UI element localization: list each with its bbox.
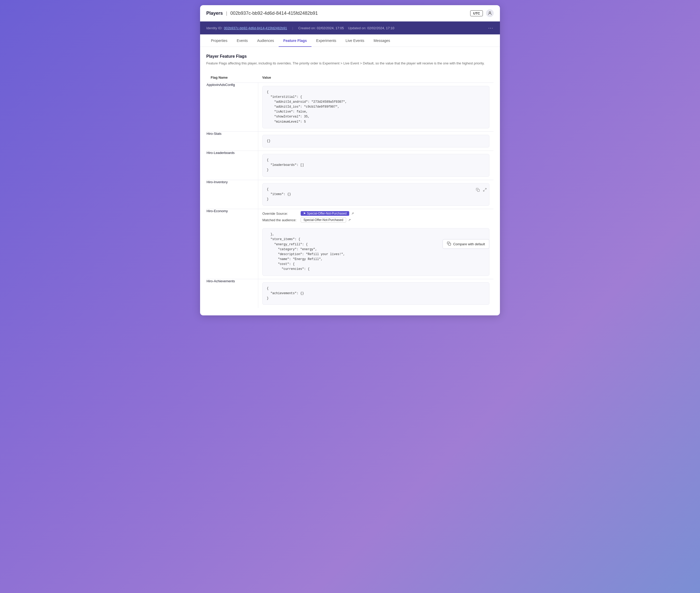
main-content: Player Feature Flags Feature Flags affec… xyxy=(200,47,500,315)
hiro-stats-code: {} xyxy=(262,135,489,148)
hiro-leaderboards-code: { "leaderboards": [] } xyxy=(262,154,489,177)
identity-id-section: Identity ID: 002b937c-bb92-4d6d-8414-415… xyxy=(206,26,287,30)
main-card: Players | 002b937c-bb92-4d6d-8414-415fd2… xyxy=(200,5,500,315)
flag-row-hiro-economy: Hiro-Economy Override Source: ⚑ Special-… xyxy=(207,209,494,279)
created-label: Created on: xyxy=(298,26,316,30)
compare-with-default-label: Compare with default xyxy=(453,242,485,246)
flag-value-hiro-inventory: { "items": {} } xyxy=(258,180,494,209)
header-title: Players | 002b937c-bb92-4d6d-8414-415fd2… xyxy=(206,11,318,16)
tab-events[interactable]: Events xyxy=(232,34,253,47)
identity-value[interactable]: 002b937c-bb92-4d6d-8414-415fd2482b91 xyxy=(224,26,287,30)
svg-line-2 xyxy=(485,188,486,189)
flag-row-hiro-leaderboards: Hiro-Leaderboards { "leaderboards": [] } xyxy=(207,151,494,180)
flag-row-hiro-inventory: Hiro-Inventory { "items": {} } xyxy=(207,180,494,209)
tab-properties[interactable]: Properties xyxy=(206,34,232,47)
flag-name-applovin: ApplovinAdsConfig xyxy=(207,83,258,131)
flag-row-applovin: ApplovinAdsConfig { "interstitial": { "a… xyxy=(207,83,494,131)
updated-value: 02/02/2024, 17:10 xyxy=(367,26,394,30)
updated-label: Updated on: xyxy=(348,26,366,30)
identity-bar: Identity ID: 002b937c-bb92-4d6d-8414-415… xyxy=(200,22,500,34)
svg-rect-4 xyxy=(448,243,451,245)
created-value: 02/02/2024, 17:05 xyxy=(317,26,344,30)
override-source-link-icon[interactable]: ↗ xyxy=(351,212,354,215)
flag-value-hiro-leaderboards: { "leaderboards": [] } xyxy=(258,151,494,180)
override-source-label: Override Source: xyxy=(262,212,299,215)
identity-divider: | xyxy=(292,26,293,30)
section-description: Feature Flags affecting this player, inc… xyxy=(206,61,494,66)
flag-row-hiro-achievements: Hiro-Achievements { "achievements": {} } xyxy=(207,279,494,308)
tab-audiences[interactable]: Audiences xyxy=(253,34,279,47)
identity-label: Identity ID: xyxy=(206,26,222,30)
flag-name-hiro-inventory: Hiro-Inventory xyxy=(207,180,258,209)
audience-label: Matched the audience: xyxy=(262,218,299,222)
compare-icon xyxy=(447,241,451,246)
override-section: Override Source: ⚑ Special-Offer-Not-Pur… xyxy=(258,209,493,225)
hiro-inventory-icons xyxy=(475,187,487,193)
flag-value-hiro-economy: Override Source: ⚑ Special-Offer-Not-Pur… xyxy=(258,209,494,279)
audience-value: Special-Offer-Not-Purchased xyxy=(303,218,343,222)
header-actions: UTC xyxy=(470,9,494,17)
tab-experiments[interactable]: Experiments xyxy=(311,34,341,47)
svg-rect-1 xyxy=(477,189,480,191)
header-separator: | xyxy=(226,11,227,16)
expand-icon[interactable] xyxy=(482,187,487,193)
applovin-code: { "interstitial": { "adUnitId_android": … xyxy=(262,86,489,128)
hiro-inventory-wrapper: { "items": {} } xyxy=(258,183,493,206)
tab-feature-flags[interactable]: Feature Flags xyxy=(279,34,311,47)
utc-badge[interactable]: UTC xyxy=(470,10,483,16)
override-source-badge[interactable]: ⚑ Special-Offer-Not-Purchased xyxy=(301,211,349,216)
breadcrumb[interactable]: Players xyxy=(206,11,223,16)
tab-live-events[interactable]: Live Events xyxy=(341,34,369,47)
svg-line-3 xyxy=(483,190,484,191)
flag-name-hiro-achievements: Hiro-Achievements xyxy=(207,279,258,308)
svg-point-0 xyxy=(489,12,491,13)
tab-bar: Properties Events Audiences Feature Flag… xyxy=(200,34,500,47)
flag-name-hiro-stats: Hiro-Stats xyxy=(207,131,258,151)
hiro-inventory-code: { "items": {} } xyxy=(262,183,489,206)
tab-messages[interactable]: Messages xyxy=(369,34,395,47)
audience-link-icon[interactable]: ↗ xyxy=(348,218,351,222)
page-header: Players | 002b937c-bb92-4d6d-8414-415fd2… xyxy=(200,5,500,22)
section-title: Player Feature Flags xyxy=(206,54,494,59)
identity-meta: Created on: 02/02/2024, 17:05 Updated on… xyxy=(298,26,394,30)
audience-row: Matched the audience: Special-Offer-Not-… xyxy=(262,217,489,223)
flag-value-hiro-stats: {} xyxy=(258,131,494,151)
flag-name-hiro-economy: Hiro-Economy xyxy=(207,209,258,279)
compare-with-default-button[interactable]: Compare with default xyxy=(443,239,489,249)
flag-name-hiro-leaderboards: Hiro-Leaderboards xyxy=(207,151,258,180)
override-source-value: Special-Offer-Not-Purchased xyxy=(307,212,347,215)
flag-row-hiro-stats: Hiro-Stats {} xyxy=(207,131,494,151)
col-value: Value xyxy=(258,72,494,83)
player-id: 002b937c-bb92-4d6d-8414-415fd2482b91 xyxy=(230,11,318,16)
hiro-economy-code: }, "store_items": { "energy_refill": { "… xyxy=(262,228,489,276)
user-icon-button[interactable] xyxy=(486,9,494,17)
hiro-achievements-code: { "achievements": {} } xyxy=(262,282,489,305)
copy-icon[interactable] xyxy=(475,187,480,193)
col-flag-name: Flag Name xyxy=(207,72,258,83)
more-options-button[interactable]: ⋯ xyxy=(488,25,494,31)
flag-flag-icon: ⚑ xyxy=(303,212,306,215)
flags-table: Flag Name Value ApplovinAdsConfig { "int… xyxy=(206,72,494,308)
audience-badge[interactable]: Special-Offer-Not-Purchased xyxy=(301,217,346,223)
override-source-row: Override Source: ⚑ Special-Offer-Not-Pur… xyxy=(262,211,489,216)
flag-value-applovin: { "interstitial": { "adUnitId_android": … xyxy=(258,83,494,131)
flag-value-hiro-achievements: { "achievements": {} } xyxy=(258,279,494,308)
